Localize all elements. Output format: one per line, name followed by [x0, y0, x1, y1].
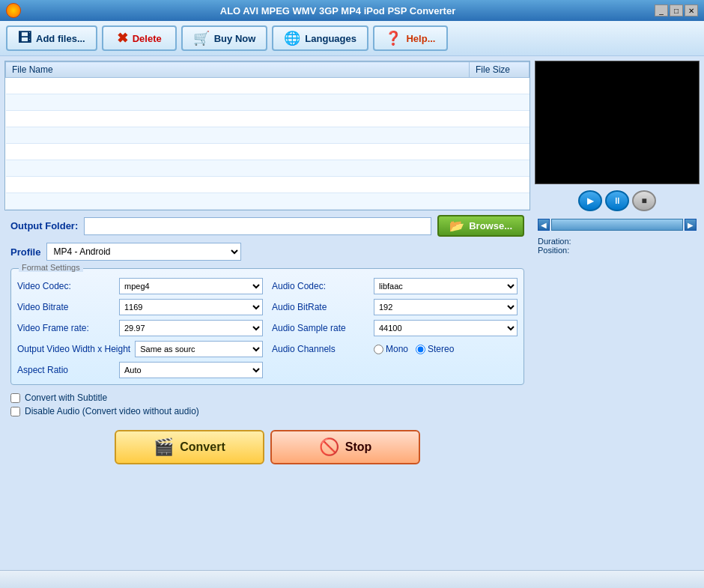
browse-label: Browse... [469, 220, 512, 231]
stop-preview-button[interactable]: ■ [632, 190, 656, 211]
video-preview [535, 61, 700, 184]
maximize-button[interactable]: □ [670, 4, 683, 16]
output-size-row: Output Video Width x Height Same as sour… [17, 341, 263, 357]
table-row [6, 78, 529, 94]
minimize-button[interactable]: _ [655, 4, 668, 16]
languages-button[interactable]: 🌐 Languages [272, 25, 368, 51]
help-label: Help... [406, 33, 435, 44]
duration-row: Duration: [538, 237, 697, 246]
add-files-label: Add files... [36, 33, 85, 44]
table-row [6, 111, 529, 127]
toolbar: 🎞 Add files... ✖ Delete 🛒 Buy Now 🌐 Lang… [0, 21, 704, 56]
status-bar [0, 570, 704, 588]
folder-icon: 📂 [449, 219, 464, 233]
table-row [6, 127, 529, 144]
subtitle-label: Convert with Subtitle [25, 392, 107, 403]
buy-now-button[interactable]: 🛒 Buy Now [181, 25, 268, 51]
stereo-radio-label: Stereo [416, 344, 454, 354]
title-controls: _ □ ✕ [655, 4, 698, 16]
stop-button[interactable]: 🚫 Stop [270, 430, 420, 464]
subtitle-checkbox[interactable] [10, 393, 20, 403]
delete-button[interactable]: ✖ Delete [102, 25, 177, 51]
output-folder-label: Output Folder: [10, 220, 78, 231]
audio-codec-label: Audio Codec: [272, 281, 369, 291]
file-table-container: File Name File Size [4, 61, 530, 210]
play-button[interactable]: ▶ [578, 190, 602, 211]
buy-now-label: Buy Now [214, 33, 256, 44]
title-logo [6, 3, 21, 18]
duration-label: Duration: [538, 237, 571, 246]
audio-channels-row: Audio Channels Mono Stereo [272, 341, 518, 357]
cart-icon: 🛒 [193, 30, 210, 46]
audio-bitrate-row: Audio BitRate 192 [272, 299, 518, 315]
table-row [6, 160, 529, 177]
video-codec-select[interactable]: mpeg4 [119, 278, 263, 294]
table-row [6, 144, 529, 160]
output-folder-input[interactable] [84, 217, 431, 235]
mono-label: Mono [386, 344, 408, 354]
mono-radio[interactable] [374, 345, 383, 354]
seek-right-button[interactable]: ▶ [685, 219, 697, 231]
video-framerate-label: Video Frame rate: [17, 323, 115, 333]
window-title: ALO AVI MPEG WMV 3GP MP4 iPod PSP Conver… [21, 5, 655, 16]
stop-icon: 🚫 [319, 437, 339, 457]
stop-label: Stop [345, 440, 372, 454]
help-button[interactable]: ❓ Help... [373, 25, 448, 51]
mono-radio-label: Mono [374, 344, 408, 354]
disable-audio-row: Disable Audio (Convert video without aud… [10, 406, 524, 416]
pause-button[interactable]: ⏸ [605, 190, 629, 211]
right-panel: ▶ ⏸ ■ ◀ ▶ Duration: Position: [535, 61, 700, 470]
col-filesize: File Size [470, 62, 529, 78]
help-icon: ❓ [385, 30, 401, 46]
audio-bitrate-select[interactable]: 192 [374, 299, 518, 315]
seek-left-button[interactable]: ◀ [538, 219, 550, 231]
add-files-button[interactable]: 🎞 Add files... [6, 25, 97, 51]
format-settings: Format Settings Video Codec: mpeg4 Audio… [10, 268, 524, 385]
video-framerate-row: Video Frame rate: 29.97 [17, 320, 263, 336]
audio-channels-label: Audio Channels [272, 344, 369, 354]
video-codec-label: Video Codec: [17, 281, 115, 291]
browse-button[interactable]: 📂 Browse... [437, 215, 524, 237]
audio-samplerate-row: Audio Sample rate 44100 [272, 320, 518, 336]
col-filename: File Name [6, 62, 470, 78]
aspect-ratio-label: Aspect Ratio [17, 365, 115, 375]
close-button[interactable]: ✕ [685, 4, 698, 16]
audio-samplerate-label: Audio Sample rate [272, 323, 369, 333]
main-content: File Name File Size Output Folder [0, 56, 704, 475]
languages-icon: 🌐 [284, 30, 300, 46]
checkbox-section: Convert with Subtitle Disable Audio (Con… [4, 388, 530, 424]
duration-info: Duration: Position: [535, 235, 700, 256]
left-panel: File Name File Size Output Folder [4, 61, 530, 470]
seek-track[interactable] [551, 219, 683, 231]
audio-codec-select[interactable]: libfaac [374, 278, 518, 294]
position-row: Position: [538, 246, 697, 255]
audio-samplerate-select[interactable]: 44100 [374, 320, 518, 336]
film-icon: 🎞 [18, 31, 31, 46]
subtitle-row: Convert with Subtitle [10, 392, 524, 403]
video-codec-row: Video Codec: mpeg4 [17, 278, 263, 294]
delete-icon: ✖ [117, 30, 128, 46]
convert-label: Convert [180, 440, 225, 454]
output-size-select[interactable]: Same as sourc [135, 341, 263, 357]
convert-button[interactable]: 🎬 Convert [115, 430, 264, 464]
empty-row [272, 362, 518, 378]
video-bitrate-select[interactable]: 1169 [119, 299, 263, 315]
video-controls: ▶ ⏸ ■ [535, 187, 700, 214]
output-size-label: Output Video Width x Height [17, 344, 130, 354]
stereo-label: Stereo [428, 344, 454, 354]
profile-select[interactable]: MP4 - Android AVI MPEG WMV 3GP iPod PSP [46, 243, 241, 261]
video-bitrate-row: Video Bitrate 1169 [17, 299, 263, 315]
delete-label: Delete [133, 33, 162, 44]
disable-audio-label: Disable Audio (Convert video without aud… [25, 406, 199, 416]
audio-codec-row: Audio Codec: libfaac [272, 278, 518, 294]
video-bitrate-label: Video Bitrate [17, 302, 115, 312]
stereo-radio[interactable] [416, 345, 425, 354]
audio-channels-group: Mono Stereo [374, 344, 454, 354]
disable-audio-checkbox[interactable] [10, 407, 20, 416]
seek-bar: ◀ ▶ [535, 217, 700, 232]
title-bar: ALO AVI MPEG WMV 3GP MP4 iPod PSP Conver… [0, 0, 704, 21]
video-framerate-select[interactable]: 29.97 [119, 320, 263, 336]
table-row [6, 94, 529, 111]
aspect-ratio-select[interactable]: Auto [119, 362, 263, 378]
aspect-ratio-row: Aspect Ratio Auto [17, 362, 263, 378]
